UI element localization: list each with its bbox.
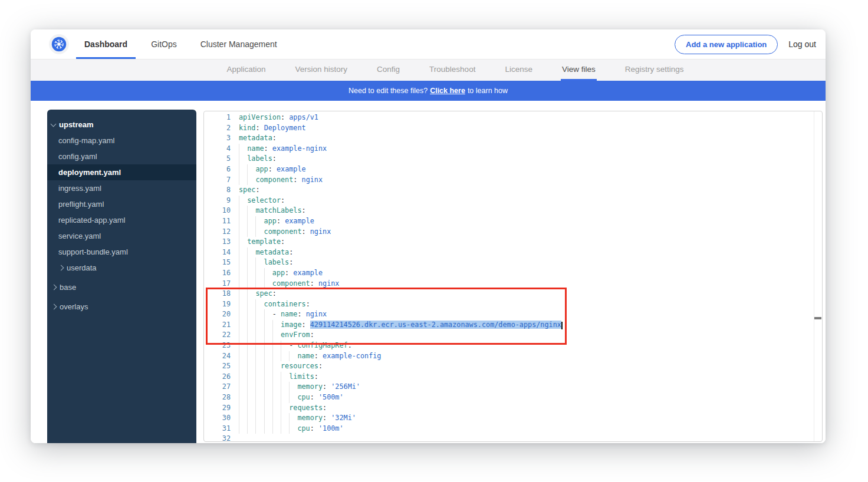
code-line[interactable]: 20- name: nginx [204, 309, 813, 320]
line-number: 23 [204, 341, 231, 351]
code-line[interactable]: 10matchLabels: [204, 206, 813, 216]
code-line[interactable]: 25resources: [204, 361, 813, 372]
line-number: 21 [204, 320, 231, 331]
code-token: : [323, 382, 331, 391]
banner-click-here-link[interactable]: Click here [430, 87, 465, 95]
code-line[interactable]: 3metadata: [204, 133, 813, 144]
code-line[interactable]: 9selector: [204, 196, 813, 206]
line-number: 7 [204, 175, 231, 186]
edit-files-banner: Need to edit these files? Click here to … [31, 81, 826, 101]
code-line[interactable]: 13template: [204, 237, 813, 247]
editor-scrollbar-thumb[interactable] [814, 317, 821, 319]
indent-guides [239, 154, 247, 164]
code-text [239, 434, 813, 442]
file-tree-item-deployment-yaml[interactable]: deployment.yaml [47, 164, 196, 180]
code-text: - name: nginx [239, 309, 813, 320]
nav-item-cluster-management[interactable]: Cluster Management [192, 29, 285, 59]
code-token: nginx [310, 227, 331, 236]
add-new-application-button[interactable]: Add a new application [675, 35, 778, 54]
kubernetes-wheel-icon [51, 36, 67, 52]
tab-application[interactable]: Application [225, 60, 267, 81]
chevron-right-icon [51, 304, 57, 310]
code-line[interactable]: 16app: example [204, 268, 813, 279]
file-tree-item-config-yaml[interactable]: config.yaml [47, 148, 196, 164]
folder-base[interactable]: base [47, 279, 196, 295]
code-token: image [281, 321, 302, 329]
code-line[interactable]: 26limits: [204, 372, 813, 382]
code-line[interactable]: 29requests: [204, 403, 813, 414]
code-token: template [247, 237, 281, 246]
code-line[interactable]: 17component: nginx [204, 279, 813, 289]
folder-userdata[interactable]: userdata [47, 260, 196, 276]
file-tree-item-replicated-app-yaml[interactable]: replicated-app.yaml [47, 212, 196, 228]
tab-version-history[interactable]: Version history [294, 60, 349, 81]
topnav-right: Add a new application Log out [675, 29, 826, 59]
code-token: : [323, 414, 331, 422]
code-line[interactable]: 18spec: [204, 289, 813, 299]
tab-config[interactable]: Config [376, 60, 401, 81]
chevron-right-icon [58, 265, 64, 271]
tab-license[interactable]: License [504, 60, 534, 81]
primary-nav: Dashboard GitOps Cluster Management [76, 29, 292, 59]
file-tree-item-service-yaml[interactable]: service.yaml [47, 228, 196, 244]
code-token: : [281, 113, 289, 121]
code-token: : [281, 237, 285, 246]
indent-guides [239, 403, 289, 414]
code-editor[interactable]: 1apiVersion: apps/v12kind: Deployment3me… [203, 111, 823, 442]
file-tree-item-preflight-yaml[interactable]: preflight.yaml [47, 196, 196, 212]
file-tree-label: upstream [59, 120, 94, 129]
code-line[interactable]: 24name: example-config [204, 351, 813, 362]
code-line[interactable]: 2kind: Deployment [204, 123, 813, 134]
code-line[interactable]: 28cpu: '500m' [204, 392, 813, 403]
code-text: labels: [239, 257, 813, 268]
code-text: cpu: '500m' [239, 392, 813, 403]
code-token: resources [281, 362, 318, 370]
code-line[interactable]: 32 [204, 434, 813, 442]
code-line[interactable]: 22envFrom: [204, 330, 813, 341]
code-line[interactable]: 7component: nginx [204, 175, 813, 186]
file-tree-item-support-bundle-yaml[interactable]: support-bundle.yaml [47, 244, 196, 260]
code-line[interactable]: 5labels: [204, 154, 813, 164]
logout-button[interactable]: Log out [788, 39, 816, 49]
code-text: kind: Deployment [239, 123, 813, 134]
nav-item-gitops[interactable]: GitOps [143, 29, 185, 59]
code-token: app [255, 165, 268, 173]
code-line[interactable]: 27memory: '256Mi' [204, 382, 813, 392]
file-tree-item-ingress-yaml[interactable]: ingress.yaml [47, 180, 196, 196]
tab-troubleshoot[interactable]: Troubleshoot [428, 60, 476, 81]
line-number: 9 [204, 196, 231, 206]
code-line[interactable]: 31cpu: '100m' [204, 424, 813, 434]
file-tree-label: base [60, 283, 76, 292]
file-tree-item-config-map-yaml[interactable]: config-map.yaml [47, 133, 196, 148]
code-line[interactable]: 11app: example [204, 216, 813, 227]
tab-view-files[interactable]: View files [561, 60, 597, 81]
chevron-down-icon [51, 121, 57, 127]
code-line[interactable]: 15labels: [204, 257, 813, 268]
indent-guides [239, 227, 264, 237]
indent-guides [239, 320, 281, 331]
code-token: component [272, 279, 310, 288]
code-token: app [272, 269, 285, 277]
code-text: metadata: [239, 247, 813, 258]
code-line[interactable]: 30memory: '32Mi' [204, 413, 813, 424]
code-line[interactable]: 14metadata: [204, 247, 813, 258]
code-line[interactable]: 1apiVersion: apps/v1 [204, 113, 813, 123]
code-line[interactable]: 6app: example [204, 164, 813, 175]
tab-registry-settings[interactable]: Registry settings [624, 60, 685, 81]
folder-upstream[interactable]: upstream [47, 117, 196, 133]
code-line[interactable]: 4name: example-nginx [204, 144, 813, 154]
code-token: metadata [239, 134, 272, 142]
top-nav: Dashboard GitOps Cluster Management Add … [31, 29, 826, 60]
indent-guides [239, 309, 272, 320]
nav-item-dashboard[interactable]: Dashboard [76, 29, 136, 59]
folder-overlays[interactable]: overlays [47, 299, 196, 315]
code-line[interactable]: 19containers: [204, 299, 813, 310]
code-line[interactable]: 23- configMapRef: [204, 341, 813, 351]
code-token: - [289, 341, 297, 349]
code-text: app: example [239, 216, 813, 227]
code-line[interactable]: 8spec: [204, 185, 813, 196]
indent-guides [239, 361, 281, 372]
code-line[interactable]: 21image: 429114214526.dkr.ecr.us-east-2.… [204, 320, 813, 331]
code-line[interactable]: 12component: nginx [204, 227, 813, 237]
code-token: metadata [255, 248, 289, 256]
